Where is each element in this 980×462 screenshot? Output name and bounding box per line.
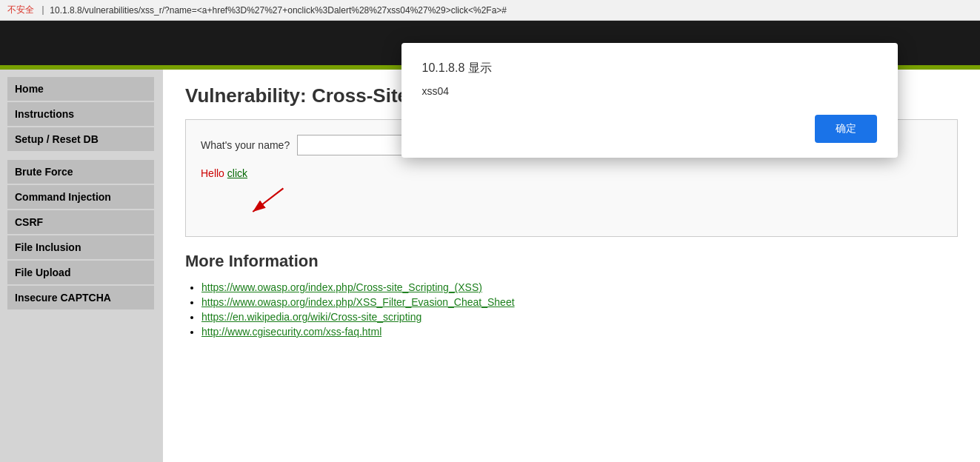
more-info-list: https://www.owasp.org/index.php/Cross-si… [185, 281, 958, 338]
modal-ok-button[interactable]: 确定 [815, 115, 877, 143]
arrow-container [245, 182, 942, 221]
more-info-link-3[interactable]: https://en.wikipedia.org/wiki/Cross-site… [201, 311, 421, 323]
sidebar-item-file-upload[interactable]: File Upload [7, 261, 154, 284]
address-separator: ｜ [39, 4, 47, 16]
sidebar-item-command-injection[interactable]: Command Injection [7, 185, 154, 209]
modal-dialog: 10.1.8.8 显示 xss04 确定 [401, 43, 898, 158]
url-text[interactable]: 10.1.8.8/vulnerabilities/xss_r/?name=<a+… [50, 5, 507, 16]
sidebar-item-file-inclusion[interactable]: File Inclusion [7, 235, 154, 259]
click-link[interactable]: click [227, 167, 247, 179]
hello-text: Hello click [201, 167, 942, 179]
modal-message: xss04 [422, 85, 877, 97]
more-info-link-1[interactable]: https://www.owasp.org/index.php/Cross-si… [201, 281, 482, 293]
address-bar: 不安全 ｜ 10.1.8.8/vulnerabilities/xss_r/?na… [0, 0, 980, 21]
list-item: http://www.cgisecurity.com/xss-faq.html [201, 326, 958, 338]
list-item: https://en.wikipedia.org/wiki/Cross-site… [201, 311, 958, 323]
sidebar-item-setup[interactable]: Setup / Reset DB [7, 127, 154, 151]
modal-button-row: 确定 [422, 115, 877, 143]
more-info-heading: More Information [185, 252, 958, 271]
list-item: https://www.owasp.org/index.php/Cross-si… [201, 281, 958, 293]
more-info-link-4[interactable]: http://www.cgisecurity.com/xss-faq.html [201, 326, 381, 338]
sidebar-item-home[interactable]: Home [7, 77, 154, 101]
sidebar: Home Instructions Setup / Reset DB Brute… [0, 70, 163, 462]
more-info-link-2[interactable]: https://www.owasp.org/index.php/XSS_Filt… [201, 296, 515, 308]
svg-line-1 [253, 188, 283, 212]
sidebar-divider [7, 153, 163, 160]
sidebar-item-instructions[interactable]: Instructions [7, 102, 154, 126]
sidebar-item-insecure-captcha[interactable]: Insecure CAPTCHA [7, 286, 154, 309]
sidebar-item-brute-force[interactable]: Brute Force [7, 160, 154, 184]
sidebar-item-csrf[interactable]: CSRF [7, 210, 154, 234]
hello-word: Hello [201, 167, 227, 179]
hello-result: Hello click [201, 167, 942, 221]
insecure-label: 不安全 [7, 4, 34, 16]
list-item: https://www.owasp.org/index.php/XSS_Filt… [201, 296, 958, 308]
red-arrow-icon [245, 182, 290, 219]
form-label: What's your name? [201, 139, 290, 151]
modal-title: 10.1.8.8 显示 [422, 61, 877, 76]
